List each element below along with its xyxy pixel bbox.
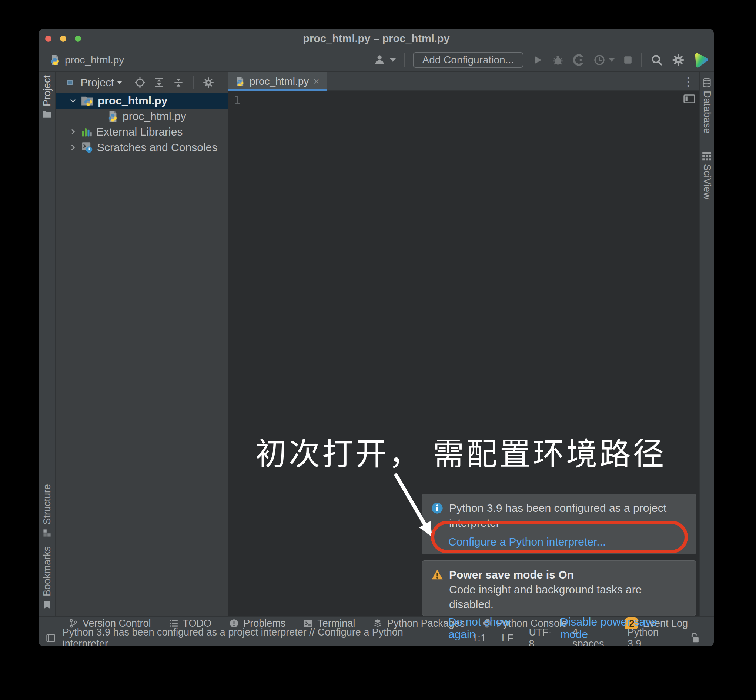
warning-icon xyxy=(431,569,443,580)
kebab-menu-icon[interactable]: ⋮ xyxy=(682,75,694,89)
panel-settings-button[interactable] xyxy=(203,77,214,89)
python-file-icon xyxy=(108,110,118,122)
handwritten-annotation: 初次打开， 需配置环境路径 xyxy=(256,429,666,474)
editor-tab-label: proc_html.py xyxy=(249,75,309,88)
titlebar: proc_html.py – proc_html.py xyxy=(39,29,714,48)
screenshot-stage: proc_html.py – proc_html.py proc_html.py xyxy=(0,0,756,700)
tree-label: Scratches and Consoles xyxy=(97,141,217,154)
sciview-icon xyxy=(702,152,712,161)
profiler-button[interactable] xyxy=(593,54,614,66)
tree-label: proc_html.py xyxy=(123,110,186,123)
user-menu[interactable] xyxy=(374,54,396,66)
tree-row-project-root[interactable]: proc_html.py xyxy=(56,93,228,108)
toolbar-separator xyxy=(404,53,405,67)
pycharm-logo-icon[interactable] xyxy=(693,52,709,68)
debug-button[interactable] xyxy=(552,54,564,66)
right-tool-stripe: Database SciView xyxy=(699,72,714,616)
external-libraries-icon xyxy=(81,126,92,138)
toolbar-separator xyxy=(641,53,642,67)
chevron-down-icon xyxy=(69,97,77,105)
project-tree: proc_html.py proc_html.py xyxy=(56,93,228,616)
add-configuration-button[interactable]: Add Configuration... xyxy=(413,52,524,68)
tree-label: proc_html.py xyxy=(98,94,167,107)
sidebar-tab-bookmarks[interactable]: Bookmarks xyxy=(39,546,55,609)
coverage-button[interactable] xyxy=(572,54,585,66)
screen-mode-icon[interactable] xyxy=(683,94,696,104)
status-message[interactable]: Python 3.9 has been configured as a proj… xyxy=(62,627,457,646)
line-number: 1 xyxy=(234,94,240,106)
chevron-right-icon xyxy=(69,128,77,136)
tree-row-python-file[interactable]: proc_html.py xyxy=(56,108,228,124)
project-panel: Project xyxy=(56,72,228,616)
tree-row-scratches[interactable]: Scratches and Consoles xyxy=(56,140,228,155)
project-folder-icon xyxy=(81,95,94,106)
editor-gutter: 1 xyxy=(228,91,263,616)
sidebar-tab-structure[interactable]: Structure xyxy=(39,484,55,538)
editor-tab[interactable]: proc_html.py × xyxy=(228,72,327,91)
project-view-selector[interactable]: Project xyxy=(81,77,122,89)
python-file-icon xyxy=(50,55,60,65)
dock-icon[interactable] xyxy=(45,633,56,643)
database-icon xyxy=(701,77,712,88)
window-title: proc_html.py – proc_html.py xyxy=(39,33,714,45)
lock-icon[interactable] xyxy=(690,633,700,644)
chevron-down-icon xyxy=(117,81,122,84)
python-file-icon xyxy=(235,76,245,87)
expand-all-button[interactable] xyxy=(153,77,165,89)
gear-icon[interactable] xyxy=(672,53,685,67)
left-tool-stripe: Project Structure Bookmarks xyxy=(39,72,56,616)
locate-file-button[interactable] xyxy=(134,77,146,89)
sidebar-tab-database[interactable]: Database xyxy=(701,91,713,134)
stop-button[interactable] xyxy=(623,55,633,65)
header-separator xyxy=(193,76,193,89)
highlight-ellipse-annotation xyxy=(431,521,688,553)
editor-tab-bar: proc_html.py × ⋮ xyxy=(228,72,699,91)
notification-message: Code insight and background tasks are di… xyxy=(449,582,687,612)
user-icon xyxy=(374,54,387,66)
main-toolbar: proc_html.py Add Configuration... xyxy=(39,48,714,72)
folder-icon xyxy=(42,110,52,118)
collapse-all-button[interactable] xyxy=(173,77,184,89)
notification-title: Power save mode is On xyxy=(449,567,687,582)
sidebar-tab-project[interactable]: Project xyxy=(39,75,55,118)
breadcrumb[interactable]: proc_html.py xyxy=(50,54,124,66)
scratches-icon xyxy=(81,142,93,153)
chevron-down-icon xyxy=(390,58,396,62)
disable-power-save-link[interactable]: Disable power save mode xyxy=(560,616,687,641)
chevron-right-icon xyxy=(69,143,77,152)
sidebar-tab-sciview[interactable]: SciView xyxy=(701,164,713,200)
close-icon[interactable]: × xyxy=(313,76,319,87)
pycharm-window: proc_html.py – proc_html.py proc_html.py xyxy=(39,29,714,646)
tree-row-external-libraries[interactable]: External Libraries xyxy=(56,124,228,140)
run-button[interactable] xyxy=(532,54,544,66)
search-icon[interactable] xyxy=(650,53,664,67)
notification-power-save: Power save mode is On Code insight and b… xyxy=(422,560,696,616)
project-panel-header: Project xyxy=(56,72,228,93)
project-view-icon xyxy=(67,77,73,88)
breadcrumb-label: proc_html.py xyxy=(65,54,124,66)
bookmark-icon xyxy=(42,600,51,609)
chevron-down-icon xyxy=(609,58,614,62)
do-not-show-again-link[interactable]: Do not show again xyxy=(448,616,539,641)
structure-icon xyxy=(42,528,51,538)
tree-label: External Libraries xyxy=(96,125,182,138)
